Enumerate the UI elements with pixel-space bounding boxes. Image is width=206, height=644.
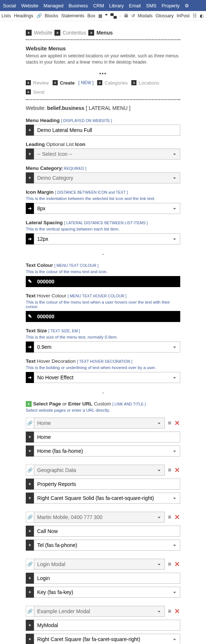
plus-icon[interactable]: + xyxy=(26,620,34,631)
crumb-website[interactable]: Website xyxy=(34,30,52,36)
text-hover-colour-input[interactable]: 000000 xyxy=(34,311,180,322)
page-select[interactable]: Example Lender Modal xyxy=(34,606,165,617)
nav-property[interactable]: Property xyxy=(161,3,180,8)
undo-icon[interactable]: ↺ xyxy=(131,13,135,18)
plus-icon[interactable]: + xyxy=(26,149,34,160)
page-icon-select[interactable]: Home (fas fa-home) xyxy=(34,446,180,457)
field-menu-category: Menu Category[ REQUIRED ] + Demo Categor… xyxy=(26,165,180,183)
field-menu-heading: Menu Heading [ DISPLAYED ON WEBSITE ] + xyxy=(26,118,180,136)
arrow-icon[interactable]: ➜ xyxy=(26,341,34,353)
subnav-headings[interactable]: Headings xyxy=(14,13,33,18)
reorder-icon[interactable]: ≡ xyxy=(166,559,173,569)
leading-icon-select[interactable]: -- Select Icon -- xyxy=(34,149,180,160)
gear-icon[interactable]: ⚙ xyxy=(185,3,189,8)
remove-icon[interactable]: ✕ xyxy=(174,606,180,616)
nav-managed[interactable]: Managed xyxy=(43,3,63,8)
quote-icon[interactable]: ❞ xyxy=(105,13,107,18)
nav-social[interactable]: Social xyxy=(3,3,16,8)
page-block: 🔗 Martin Mobile, 0400 777 300 ≡ ✕ + + Te… xyxy=(26,512,180,551)
plus-icon[interactable]: + xyxy=(26,573,34,584)
arrow-icon[interactable]: ➜ xyxy=(26,203,34,214)
plus-icon[interactable]: + xyxy=(26,446,34,457)
menu-category-select[interactable]: Demo Category xyxy=(34,172,180,183)
plus-icon[interactable]: + xyxy=(26,526,34,537)
page-block: 🔗 Geographic Data ≡ ✕ + + Right Caret Sq… xyxy=(26,465,180,504)
reorder-icon[interactable]: ≡ xyxy=(166,465,173,475)
nav-business[interactable]: Business xyxy=(68,3,88,8)
paint-icon[interactable]: ✎ xyxy=(26,276,34,287)
page-select[interactable]: Martin Mobile, 0400 777 300 xyxy=(34,512,165,523)
page-icon-select[interactable]: Key (fas fa-key) xyxy=(34,587,180,598)
page-icon-select[interactable]: Tel (fas fa-phone) xyxy=(34,540,180,551)
menu-heading-input[interactable] xyxy=(34,125,180,136)
link-icon[interactable]: 🔗 xyxy=(36,13,42,18)
remove-icon[interactable]: ✕ xyxy=(174,465,180,475)
page-select[interactable]: Login Modal xyxy=(34,559,165,570)
plus-icon[interactable]: + xyxy=(26,432,34,443)
nav-email[interactable]: Email xyxy=(129,3,141,8)
plus-icon[interactable]: + xyxy=(26,587,34,598)
plus-icon[interactable]: + xyxy=(26,493,34,504)
action-locations[interactable]: +Locations xyxy=(131,80,159,86)
action-create[interactable]: +Create xyxy=(53,80,75,86)
remove-icon[interactable]: ✕ xyxy=(174,559,180,569)
action-categories[interactable]: +Categories xyxy=(97,80,128,86)
plus-icon[interactable]: + xyxy=(26,479,34,490)
subnav-glossary[interactable]: Glossary xyxy=(156,13,174,18)
crumb-contentus[interactable]: Contentus xyxy=(63,30,86,36)
plus-icon[interactable]: + xyxy=(54,30,60,36)
text-hover-deco-select[interactable]: No Hover Effect xyxy=(34,372,180,383)
nav-crm[interactable]: CRM xyxy=(93,3,104,8)
arrow-icon[interactable]: ➜ xyxy=(26,372,34,383)
action-send[interactable]: +Send xyxy=(26,89,44,95)
text-colour-input[interactable]: 000000 xyxy=(34,276,180,287)
subnav-inpost[interactable]: InPost xyxy=(177,13,189,18)
page-title-input[interactable] xyxy=(34,432,180,443)
page-title-input[interactable] xyxy=(34,573,180,584)
plus-green-icon[interactable]: + xyxy=(26,401,32,407)
layout-icon[interactable]: ▦ xyxy=(98,13,102,18)
plus-icon[interactable]: + xyxy=(26,30,32,36)
plus-icon[interactable]: + xyxy=(26,634,34,644)
plus-icon[interactable]: + xyxy=(88,30,94,36)
plus-icon[interactable]: + xyxy=(26,125,34,136)
link-icon[interactable]: 🔗 xyxy=(26,606,34,617)
page-title-input[interactable] xyxy=(34,526,180,537)
remove-icon[interactable]: ✕ xyxy=(174,418,180,428)
plus-icon[interactable]: + xyxy=(26,540,34,551)
subnav-modals[interactable]: Modals xyxy=(138,13,153,18)
arrow-icon[interactable]: ➜ xyxy=(26,233,34,244)
nav-library[interactable]: Library xyxy=(109,3,124,8)
link-icon[interactable]: 🔗 xyxy=(26,512,34,523)
list-icon[interactable]: ☷ xyxy=(193,13,197,18)
page-select[interactable]: Geographic Data xyxy=(34,465,165,476)
page-icon-select[interactable]: Right Caret Square (far fa-caret-square-… xyxy=(34,634,180,644)
building-icon[interactable]: 🏛 xyxy=(124,13,128,18)
text-size-select[interactable]: 0.9em xyxy=(34,341,180,353)
paint-icon[interactable]: ✎ xyxy=(26,311,34,322)
subnav-lists[interactable]: Lists xyxy=(1,13,11,18)
remove-icon[interactable]: ✕ xyxy=(174,512,180,522)
plus-icon[interactable]: + xyxy=(26,172,34,183)
nav-sms[interactable]: SMS xyxy=(146,3,156,8)
page-title-input[interactable] xyxy=(34,479,180,490)
reorder-icon[interactable]: ≡ xyxy=(166,418,173,428)
nav-website[interactable]: Website xyxy=(21,3,38,8)
page-title-input[interactable] xyxy=(34,620,180,631)
icon-margin-select[interactable]: 8px xyxy=(34,203,180,214)
page-icon-select[interactable]: Right Caret Square Solid (fas fa-caret-s… xyxy=(34,493,180,504)
image-icon[interactable]: ▀▄ xyxy=(110,13,117,18)
action-review[interactable]: +Review xyxy=(26,80,49,86)
reorder-icon[interactable]: ≡ xyxy=(166,606,173,616)
circle-icon[interactable]: ◐ xyxy=(200,13,203,18)
link-icon[interactable]: 🔗 xyxy=(26,559,34,570)
subnav-blocks[interactable]: Blocks xyxy=(45,13,58,18)
subnav-statements[interactable]: Statements xyxy=(61,13,84,18)
crumb-menus[interactable]: Menus xyxy=(96,30,113,36)
subnav-box[interactable]: Box xyxy=(88,13,96,18)
link-icon[interactable]: 🔗 xyxy=(26,418,34,429)
reorder-icon[interactable]: ≡ xyxy=(166,512,173,522)
lateral-spacing-select[interactable]: 12px xyxy=(34,233,180,244)
page-select[interactable]: Home xyxy=(34,418,165,429)
link-icon[interactable]: 🔗 xyxy=(26,465,34,476)
